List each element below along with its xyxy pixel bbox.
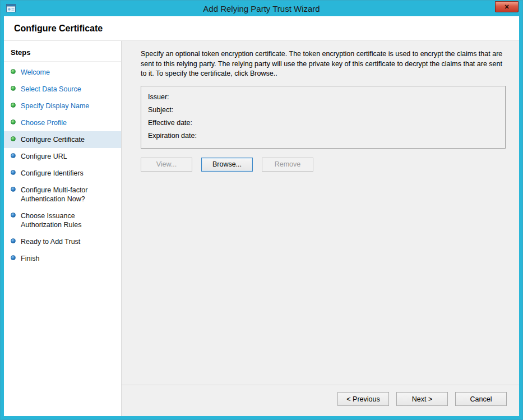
- sidebar-step-finish: Finish: [4, 250, 121, 267]
- page-header: Configure Certificate: [4, 16, 519, 41]
- step-pending-icon: [11, 213, 16, 218]
- sidebar-step-choose-issuance-rules: Choose Issuance Authorization Rules: [4, 207, 121, 233]
- step-label: Choose Profile: [21, 118, 67, 127]
- step-label: Select Data Source: [21, 85, 81, 94]
- step-label: Finish: [21, 254, 39, 263]
- client-area: Configure Certificate Steps Welcome Sele…: [4, 16, 519, 416]
- next-button[interactable]: Next >: [396, 392, 448, 406]
- steps-sidebar: Steps Welcome Select Data Source Specify…: [4, 41, 122, 416]
- step-label: Configure Multi-factor Authentication No…: [21, 186, 117, 204]
- close-button[interactable]: ×: [495, 1, 519, 12]
- step-complete-icon: [11, 103, 16, 108]
- view-button: View...: [141, 158, 192, 172]
- page-title: Configure Certificate: [14, 24, 103, 34]
- step-complete-icon: [11, 86, 16, 91]
- sidebar-step-configure-identifiers: Configure Identifiers: [4, 165, 121, 182]
- sidebar-step-configure-certificate[interactable]: Configure Certificate: [4, 131, 121, 148]
- close-icon: ×: [505, 2, 509, 11]
- step-label: Choose Issuance Authorization Rules: [21, 211, 117, 229]
- previous-button[interactable]: < Previous: [337, 392, 389, 406]
- step-label: Specify Display Name: [21, 101, 89, 110]
- effective-date-label: Effective date:: [148, 117, 498, 130]
- cancel-button[interactable]: Cancel: [455, 392, 507, 406]
- sidebar-step-specify-display-name[interactable]: Specify Display Name: [4, 98, 121, 114]
- step-pending-icon: [11, 187, 16, 192]
- step-pending-icon: [11, 255, 16, 260]
- wizard-window: Add Relying Party Trust Wizard × Configu…: [0, 0, 523, 420]
- step-current-icon: [11, 136, 16, 141]
- step-pending-icon: [11, 153, 16, 158]
- sidebar-step-choose-profile[interactable]: Choose Profile: [4, 114, 121, 131]
- step-pending-icon: [11, 170, 16, 175]
- step-label: Configure Identifiers: [21, 169, 84, 178]
- remove-button: Remove: [262, 158, 313, 172]
- browse-button[interactable]: Browse...: [201, 158, 253, 172]
- main-pane: Specify an optional token encryption cer…: [122, 41, 519, 416]
- sidebar-step-configure-mfa: Configure Multi-factor Authentication No…: [4, 182, 121, 207]
- sidebar-step-configure-url: Configure URL: [4, 148, 121, 165]
- expiration-date-label: Expiration date:: [148, 130, 498, 142]
- window-title: Add Relying Party Trust Wizard: [34, 1, 489, 16]
- step-complete-icon: [11, 69, 16, 74]
- footer-bar: < Previous Next > Cancel: [122, 385, 519, 416]
- wizard-app-icon: [6, 4, 16, 12]
- sidebar-step-select-data-source[interactable]: Select Data Source: [4, 81, 121, 98]
- step-label: Welcome: [21, 68, 50, 77]
- sidebar-step-welcome[interactable]: Welcome: [4, 64, 121, 81]
- step-complete-icon: [11, 119, 16, 124]
- step-label: Configure URL: [21, 152, 67, 161]
- issuer-label: Issuer:: [148, 91, 498, 104]
- sidebar-step-ready-to-add-trust: Ready to Add Trust: [4, 233, 121, 250]
- certificate-group: Issuer: Subject: Effective date: Expirat…: [141, 86, 506, 149]
- subject-label: Subject:: [148, 104, 498, 117]
- instruction-text: Specify an optional token encryption cer…: [141, 49, 506, 79]
- steps-heading: Steps: [4, 43, 121, 62]
- step-label: Configure Certificate: [21, 135, 85, 144]
- step-label: Ready to Add Trust: [21, 237, 80, 246]
- titlebar: Add Relying Party Trust Wizard ×: [1, 1, 522, 16]
- step-pending-icon: [11, 238, 16, 243]
